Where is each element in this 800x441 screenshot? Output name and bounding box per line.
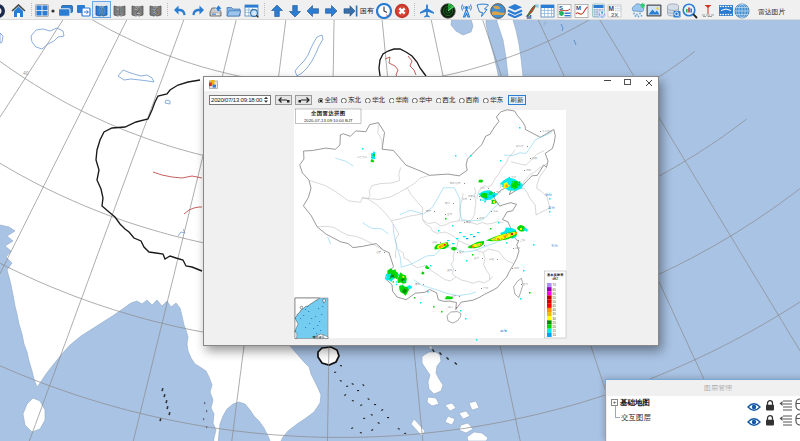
svg-text:2: 2 [134,5,140,16]
svg-text:M: M [527,13,532,19]
svg-text:2X: 2X [611,11,618,17]
svg-text:40: 40 [23,70,29,76]
svg-text:M: M [576,5,581,11]
svg-text:3: 3 [152,5,158,16]
svg-text:M: M [599,11,604,18]
svg-text:1: 1 [116,5,122,16]
